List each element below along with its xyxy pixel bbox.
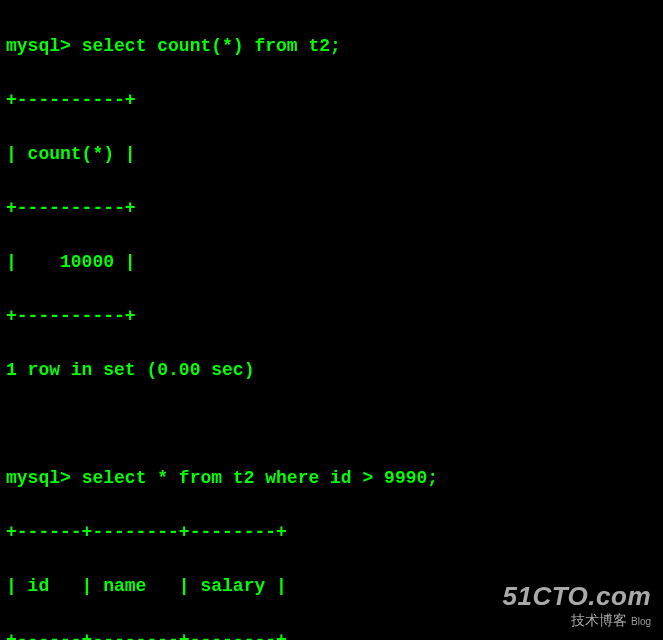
query1-border-top: +----------+ [6, 87, 657, 114]
query2-line: mysql> select * from t2 where id > 9990; [6, 465, 657, 492]
query1-sql: select count(*) from t2; [82, 36, 341, 56]
query1-header: | count(*) | [6, 141, 657, 168]
query1-value: | 10000 | [6, 249, 657, 276]
watermark-blog: Blog [631, 616, 651, 627]
terminal-output: mysql> select count(*) from t2; +-------… [6, 6, 657, 640]
query1-border-bot: +----------+ [6, 303, 657, 330]
query2-border-top: +------+--------+--------+ [6, 519, 657, 546]
query2-sql: select * from t2 where id > 9990; [82, 468, 438, 488]
watermark-main: 51CTO.com [502, 582, 651, 611]
query1-border-mid: +----------+ [6, 195, 657, 222]
query1-summary: 1 row in set (0.00 sec) [6, 357, 657, 384]
watermark: 51CTO.com 技术博客Blog [502, 582, 651, 630]
mysql-prompt: mysql> [6, 468, 71, 488]
query1-line: mysql> select count(*) from t2; [6, 33, 657, 60]
blank-line [6, 411, 657, 438]
mysql-prompt: mysql> [6, 36, 71, 56]
watermark-sub: 技术博客 [571, 612, 627, 628]
